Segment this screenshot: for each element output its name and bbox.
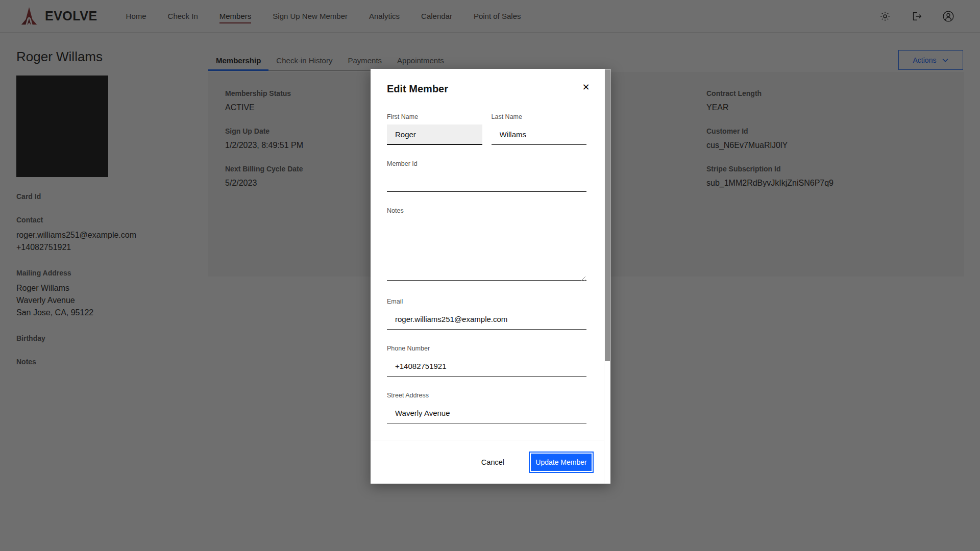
phone-group: Phone Number (387, 345, 586, 377)
email-label: Email (387, 298, 586, 305)
phone-number-label: Phone Number (387, 345, 586, 352)
member-id-field[interactable] (387, 171, 586, 192)
cancel-button[interactable]: Cancel (469, 453, 517, 471)
street-address-label: Street Address (387, 392, 586, 399)
last-name-field[interactable] (492, 124, 587, 145)
first-name-group: First Name (387, 113, 482, 145)
modal-title: Edit Member (387, 83, 586, 95)
notes-textarea[interactable] (387, 218, 586, 281)
notes-group: Notes (387, 207, 586, 283)
modal-footer: Cancel Update Member (371, 440, 610, 484)
app-canvas: EVOLVE Home Check In Members Sign Up New… (0, 0, 980, 551)
notes-textarea-wrap (387, 218, 586, 283)
phone-number-field[interactable] (387, 356, 586, 377)
member-id-label: Member Id (387, 160, 586, 167)
edit-member-modal: Edit Member ✕ First Name Last Name Membe… (371, 69, 610, 484)
modal-scrollbar-track[interactable] (604, 69, 610, 484)
first-name-label: First Name (387, 113, 482, 120)
modal-notes-label: Notes (387, 207, 586, 214)
email-field[interactable] (387, 309, 586, 330)
name-row: First Name Last Name (387, 113, 586, 160)
email-group: Email (387, 298, 586, 330)
street-address-group: Street Address (387, 392, 586, 423)
first-name-field[interactable] (387, 124, 482, 145)
member-id-group: Member Id (387, 160, 586, 192)
street-address-field[interactable] (387, 403, 586, 423)
last-name-label: Last Name (492, 113, 587, 120)
modal-scrollbar-thumb[interactable] (605, 69, 610, 361)
edit-member-modal-body: Edit Member ✕ First Name Last Name Membe… (371, 69, 610, 440)
last-name-group: Last Name (492, 113, 587, 145)
update-member-button[interactable]: Update Member (529, 452, 594, 473)
close-icon[interactable]: ✕ (579, 80, 593, 94)
